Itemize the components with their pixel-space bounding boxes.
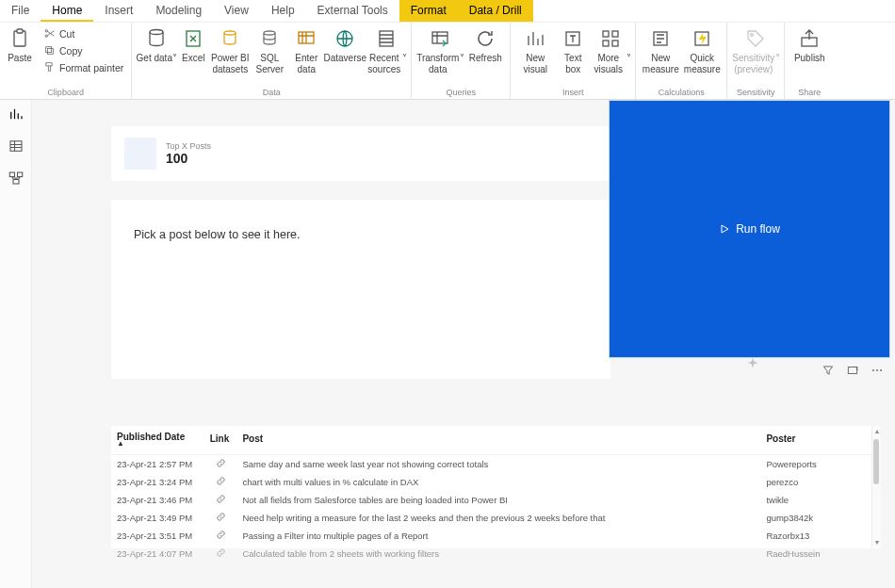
format-painter-button[interactable]: Format painter	[40, 60, 127, 74]
transform-data-button[interactable]: Transform data ˅	[415, 25, 464, 74]
publish-button[interactable]: Publish	[789, 25, 830, 74]
menu-insert[interactable]: Insert	[93, 0, 144, 22]
col-post[interactable]: Post	[236, 426, 760, 454]
menu-modeling[interactable]: Modeling	[144, 0, 213, 22]
cell-link[interactable]	[204, 491, 237, 509]
cell-link[interactable]	[204, 545, 237, 563]
textbox-icon	[561, 27, 584, 50]
refresh-button[interactable]: Refresh	[464, 25, 506, 74]
pbi-datasets-button[interactable]: Power BI datasets	[209, 25, 251, 74]
cell-poster: gump3842k	[760, 509, 871, 527]
ribbon-group-sensitivity: Sensitivity (preview) ˅ Sensitivity	[727, 23, 785, 99]
apps-icon	[599, 27, 622, 50]
card-prompt[interactable]: Pick a post below to see it here.	[111, 200, 610, 379]
paste-button[interactable]: Paste	[4, 25, 36, 74]
resize-handle-icon[interactable]	[746, 356, 759, 369]
menu-data-drill[interactable]: Data / Drill	[458, 0, 533, 22]
visual-header-icons	[822, 364, 884, 377]
table-scrollbar[interactable]: ▴ ▾	[871, 426, 881, 548]
more-options-icon[interactable]	[871, 364, 884, 377]
card-top-posts[interactable]: Top X Posts 100	[111, 126, 610, 181]
filter-icon[interactable]	[822, 364, 835, 377]
clipboard-icon	[8, 27, 31, 50]
posts-table-visual[interactable]: Published Date▲ Link Post Poster 23-Apr-…	[111, 426, 881, 548]
play-icon	[719, 223, 730, 235]
table-row[interactable]: 23-Apr-21 2:57 PMSame day and same week …	[111, 454, 871, 473]
cell-post: Same day and same week last year not sho…	[236, 454, 760, 473]
recent-sources-button[interactable]: Recent sources ˅	[366, 25, 407, 74]
table-row[interactable]: 23-Apr-21 3:49 PMNeed help writing a mea…	[111, 509, 871, 527]
enter-data-button[interactable]: Enter data	[288, 25, 324, 74]
cut-button[interactable]: Cut	[40, 26, 127, 41]
copy-icon	[43, 44, 56, 57]
table-row[interactable]: 23-Apr-21 3:46 PMNot all fields from Sal…	[111, 491, 871, 509]
cell-link[interactable]	[204, 527, 237, 545]
scroll-thumb[interactable]	[873, 439, 879, 484]
get-data-button[interactable]: Get data ˅	[136, 25, 177, 74]
menu-format[interactable]: Format	[399, 0, 458, 22]
new-visual-button[interactable]: New visual	[514, 25, 556, 74]
ribbon-group-calc: New measure Quick measure Calculations	[636, 23, 727, 99]
cell-link[interactable]	[204, 454, 237, 473]
ribbon-group-clipboard: Paste Cut Copy Format painter Clipboard	[0, 23, 132, 99]
svg-point-9	[264, 31, 275, 35]
sql-server-button[interactable]: SQL Server	[251, 25, 288, 74]
svg-point-29	[876, 369, 878, 371]
paste-label: Paste	[8, 53, 32, 74]
col-published-date[interactable]: Published Date▲	[111, 426, 204, 454]
excel-button[interactable]: Excel	[177, 25, 209, 74]
card-top-value: 100	[166, 151, 211, 166]
sensitivity-button[interactable]: Sensitivity (preview) ˅	[731, 25, 780, 74]
report-view-icon[interactable]	[8, 106, 24, 122]
cell-poster: perezco	[760, 473, 871, 491]
menu-help[interactable]: Help	[260, 0, 306, 22]
svg-rect-4	[47, 48, 53, 54]
dataverse-button[interactable]: Dataverse	[324, 25, 366, 74]
more-visuals-button[interactable]: More visuals ˅	[590, 25, 631, 74]
cell-poster: Razorbx13	[760, 527, 871, 545]
svg-rect-27	[848, 368, 856, 374]
table-row[interactable]: 23-Apr-21 3:24 PMchart with multi values…	[111, 473, 871, 491]
text-box-button[interactable]: Text box	[556, 25, 590, 74]
run-flow-visual[interactable]: Run flow	[609, 100, 890, 358]
svg-rect-24	[9, 172, 14, 177]
focus-mode-icon[interactable]	[846, 364, 859, 377]
svg-rect-23	[10, 141, 22, 152]
chart-icon	[524, 27, 546, 50]
excel-icon	[182, 27, 204, 50]
cell-date: 23-Apr-21 2:57 PM	[111, 454, 204, 473]
cell-date: 23-Apr-21 4:07 PM	[111, 545, 204, 563]
cell-link[interactable]	[204, 473, 237, 491]
menu-external-tools[interactable]: External Tools	[306, 0, 399, 22]
svg-point-3	[45, 35, 47, 37]
brush-icon	[43, 61, 56, 74]
cell-date: 23-Apr-21 3:24 PM	[111, 473, 204, 491]
report-canvas: Top X Posts 100 Pick a post below to see…	[32, 100, 895, 588]
svg-rect-16	[612, 31, 618, 37]
table-row[interactable]: 23-Apr-21 4:07 PMCalculated table from 2…	[111, 545, 871, 563]
copy-button[interactable]: Copy	[40, 43, 127, 57]
model-view-icon[interactable]	[8, 170, 24, 187]
quick-measure-button[interactable]: Quick measure	[681, 25, 723, 74]
svg-rect-26	[13, 180, 19, 185]
scroll-down-icon[interactable]: ▾	[872, 538, 882, 547]
menu-home[interactable]: Home	[41, 0, 93, 22]
svg-rect-1	[17, 29, 23, 33]
card-icon	[124, 138, 156, 170]
cell-poster: twikle	[760, 491, 871, 509]
table-row[interactable]: 23-Apr-21 3:51 PMPassing a Filter into m…	[111, 527, 871, 545]
cell-link[interactable]	[204, 509, 237, 527]
menu-view[interactable]: View	[213, 0, 260, 22]
sql-icon	[258, 27, 281, 50]
col-poster[interactable]: Poster	[760, 426, 871, 454]
svg-point-8	[224, 31, 236, 35]
menu-file[interactable]: File	[0, 0, 41, 22]
leftnav	[0, 100, 32, 588]
col-link[interactable]: Link	[204, 426, 237, 454]
scroll-up-icon[interactable]: ▴	[872, 427, 882, 436]
cell-date: 23-Apr-21 3:49 PM	[111, 509, 204, 527]
cell-date: 23-Apr-21 3:51 PM	[111, 527, 204, 545]
card-top-label: Top X Posts	[166, 141, 211, 151]
data-view-icon[interactable]	[8, 138, 24, 155]
new-measure-button[interactable]: New measure	[640, 25, 681, 74]
